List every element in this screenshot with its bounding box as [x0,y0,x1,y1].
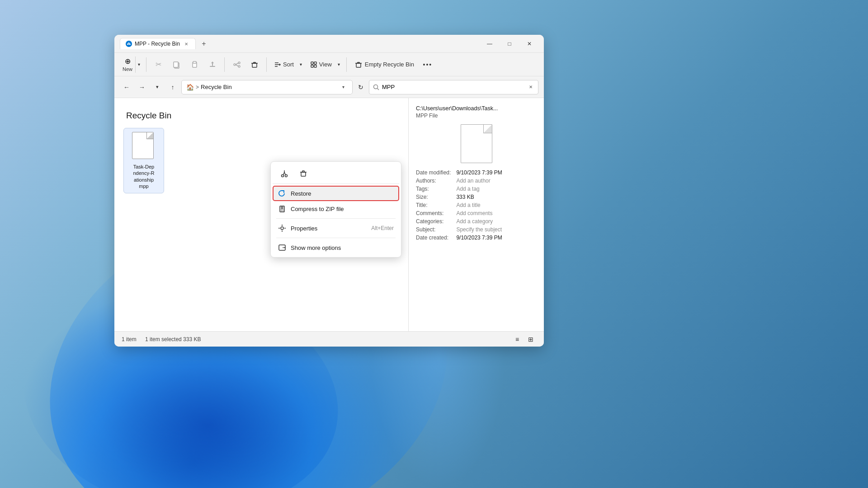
tags-value: Add a tag [456,186,537,192]
ctx-compress-item[interactable]: Compress to ZIP file [273,201,399,216]
recycle-bin-path-segment: Recycle Bin [201,84,232,90]
empty-recycle-bin-button[interactable]: Empty Recycle Bin [350,59,419,70]
minimize-button[interactable]: — [481,37,499,51]
up-button[interactable]: ↑ [166,80,179,94]
refresh-button[interactable]: ↻ [354,81,367,94]
sort-button[interactable]: Sort ▾ [270,57,305,72]
new-icon: ⊕ [125,57,131,66]
svg-rect-3 [193,61,196,63]
close-button[interactable]: ✕ [520,37,538,51]
file-path-text: C:\Users\user\Downloads\Task... [416,105,537,112]
tab-close-btn[interactable]: ✕ [183,40,190,47]
title-value: Add a title [456,202,537,208]
ctx-properties-item[interactable]: Properties Alt+Enter [273,221,399,236]
details-metadata: Date modified: 9/10/2023 7:39 PM Authors… [416,169,537,241]
new-label: New [123,66,132,72]
comments-value: Add comments [456,210,537,216]
ctx-restore-label: Restore [291,190,394,197]
svg-point-9 [238,66,240,67]
tab-area: MPP - Recycle Bin ✕ + [120,38,481,50]
tab-label: MPP - Recycle Bin [135,41,180,47]
svg-rect-36 [302,171,304,172]
view-dropdown-icon[interactable]: ▾ [335,57,343,72]
categories-value: Add a category [456,218,537,225]
ctx-compress-label: Compress to ZIP file [291,206,394,212]
address-input[interactable]: 🏠 > Recycle Bin ▾ [181,80,353,94]
list-view-button[interactable]: ≡ [511,333,523,345]
ctx-cut-button[interactable] [277,166,292,181]
svg-point-8 [238,62,240,64]
search-clear-button[interactable]: ✕ [527,84,534,91]
item-count-text: 1 item [122,336,137,343]
empty-bin-label: Empty Recycle Bin [365,61,414,68]
svg-point-43 [281,227,283,230]
explorer-window: MPP - Recycle Bin ✕ + — □ ✕ ⊕ New ▾ ✂ [114,35,544,347]
view-label: View [319,61,332,68]
ctx-properties-icon [278,224,286,232]
paste-button[interactable] [186,56,203,73]
search-icon [373,84,379,90]
search-input-wrapper[interactable]: ✕ [369,80,538,94]
svg-rect-10 [252,63,257,67]
view-main: View [307,59,335,70]
status-bar: 1 item 1 item selected 333 KB ≡ ⊞ [114,331,544,347]
rename-button[interactable] [204,56,221,73]
tab-recycle-icon [126,41,132,47]
new-button[interactable]: ⊕ New ▾ [120,55,142,74]
svg-rect-20 [311,65,313,67]
file-preview-icon [461,124,492,163]
ctx-more-options-item[interactable]: Show more options [273,240,399,255]
view-toggle-buttons: ≡ ⊞ [511,333,537,345]
view-button[interactable]: View ▾ [307,57,343,72]
active-tab[interactable]: MPP - Recycle Bin ✕ [120,38,196,49]
status-count: 1 item 1 item selected 333 KB [122,336,201,343]
address-dropdown-icon[interactable]: ▾ [339,83,348,92]
toolbar-separator-2 [224,57,225,72]
date-modified-label: Date modified: [416,169,451,176]
new-dropdown-icon[interactable]: ▾ [135,56,142,73]
new-tab-button[interactable]: + [198,38,210,50]
address-bar: ← → ▾ ↑ 🏠 > Recycle Bin ▾ ↻ ✕ [114,76,544,98]
context-menu: Restore Compress to ZIP file [270,161,401,258]
svg-rect-19 [314,62,316,64]
share-button[interactable] [228,56,245,73]
ctx-delete-button[interactable] [296,166,311,181]
window-controls: — □ ✕ [481,37,538,51]
home-icon: 🏠 [186,84,194,91]
search-input[interactable] [382,84,524,90]
more-options-button[interactable]: ••• [420,57,435,72]
file-item[interactable]: Task-Depndency-Rationshipmpp [123,128,164,193]
svg-rect-34 [301,172,306,176]
recent-locations-button[interactable]: ▾ [151,80,164,94]
maximize-button[interactable]: □ [500,37,519,51]
svg-point-7 [234,64,236,66]
authors-value: Add an author [456,178,537,184]
svg-line-32 [284,172,286,175]
ctx-more-options-label: Show more options [291,244,394,251]
svg-rect-22 [356,63,361,67]
recycle-bin-heading: Recycle Bin [123,107,399,128]
delete-button[interactable] [246,56,263,73]
svg-point-27 [374,84,378,89]
tags-label: Tags: [416,186,451,192]
back-button[interactable]: ← [120,80,133,94]
title-bar: MPP - Recycle Bin ✕ + — □ ✕ [114,35,544,53]
context-menu-top-row [273,164,399,184]
forward-button[interactable]: → [135,80,149,94]
copy-button[interactable] [168,56,184,73]
toolbar: ⊕ New ▾ ✂ [114,53,544,76]
grid-view-button[interactable]: ⊞ [525,333,537,345]
toolbar-separator-3 [266,57,267,72]
file-icon [132,132,156,161]
ctx-properties-label: Properties [291,225,367,232]
svg-rect-18 [311,62,313,64]
categories-label: Categories: [416,218,451,225]
ctx-restore-item[interactable]: Restore [273,186,399,201]
svg-rect-14 [254,62,255,63]
comments-label: Comments: [416,210,451,216]
new-button-main: ⊕ New [120,55,135,74]
cut-button[interactable]: ✂ [150,56,166,73]
svg-point-29 [282,175,284,177]
sort-dropdown-icon[interactable]: ▾ [297,57,305,72]
title-label: Title: [416,202,451,208]
